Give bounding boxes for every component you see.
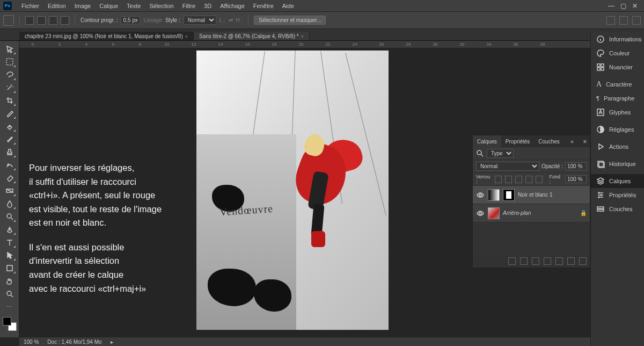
- selection-subtract-icon[interactable]: [49, 16, 57, 25]
- lock-all-icon[interactable]: [536, 176, 543, 183]
- shape-tool[interactable]: [3, 262, 16, 274]
- rail-actions[interactable]: Actions: [591, 140, 644, 154]
- rail-informations[interactable]: Informations: [591, 32, 644, 46]
- selection-add-icon[interactable]: [37, 16, 46, 25]
- history-brush-tool[interactable]: [3, 159, 16, 171]
- rail-couleur[interactable]: Couleur: [591, 46, 644, 60]
- pen-tool[interactable]: [3, 224, 16, 235]
- zoom-level[interactable]: 100 %: [24, 339, 39, 345]
- add-mask-icon[interactable]: [532, 257, 539, 265]
- window-minimize-icon[interactable]: —: [605, 2, 617, 10]
- wand-tool[interactable]: [3, 82, 16, 93]
- document-canvas[interactable]: Vendœuvre: [196, 51, 389, 330]
- eyedropper-tool[interactable]: [3, 107, 16, 119]
- menu-affichage[interactable]: Affichage: [216, 3, 249, 9]
- opacity-input[interactable]: [565, 162, 587, 170]
- move-tool[interactable]: [3, 43, 16, 55]
- heal-tool[interactable]: [3, 120, 16, 132]
- share-icon[interactable]: [632, 16, 641, 25]
- rail-caractere[interactable]: ACaractère: [591, 77, 644, 91]
- lock-pixels-icon[interactable]: [505, 176, 512, 183]
- type-tool[interactable]: [3, 236, 16, 248]
- layer-row[interactable]: Noir et blanc 1: [473, 186, 590, 204]
- panel-tab-proprietes[interactable]: Propriétés: [501, 135, 535, 147]
- marquee-tool-icon[interactable]: [3, 15, 14, 26]
- menu-edition[interactable]: Edition: [43, 3, 70, 9]
- rail-reglages[interactable]: Réglages: [591, 122, 644, 136]
- menu-filtre[interactable]: Filtre: [178, 3, 200, 9]
- selection-intersect-icon[interactable]: [61, 16, 69, 25]
- menu-texte[interactable]: Texte: [122, 3, 145, 9]
- brush-tool[interactable]: [3, 133, 16, 145]
- doc-size-info[interactable]: Doc : 1,46 Mo/1,94 Mo: [47, 339, 101, 345]
- selection-new-icon[interactable]: [25, 16, 34, 25]
- menu-fichier[interactable]: Fichier: [17, 3, 43, 9]
- hand-tool[interactable]: [3, 275, 16, 287]
- gradient-tool[interactable]: [3, 185, 16, 197]
- style-select[interactable]: Normal: [184, 16, 216, 25]
- lasso-tool[interactable]: [3, 69, 16, 81]
- link-layers-icon[interactable]: [508, 257, 516, 265]
- close-tab-icon[interactable]: ×: [185, 34, 188, 39]
- visibility-toggle-icon[interactable]: [476, 191, 485, 199]
- menu-selection[interactable]: Sélection: [145, 3, 178, 9]
- doc-tab-0[interactable]: chapitre 23 mini.jpg @ 100% (Noir et bla…: [19, 32, 194, 40]
- zoom-tool[interactable]: [3, 288, 16, 300]
- menu-calque[interactable]: Calque: [95, 3, 122, 9]
- layer-name[interactable]: Arrière-plan: [503, 210, 577, 216]
- rail-nuancier[interactable]: Nuancier: [591, 60, 644, 74]
- layer-name[interactable]: Noir et blanc 1: [518, 192, 587, 198]
- menu-aide[interactable]: Aide: [278, 3, 298, 9]
- workspace-icon[interactable]: [619, 16, 628, 25]
- panel-tab-couches[interactable]: Couches: [534, 135, 564, 147]
- panel-collapse-icon[interactable]: »: [567, 139, 577, 145]
- blend-mode-select[interactable]: Normal: [476, 162, 539, 171]
- lock-position-icon[interactable]: [515, 176, 522, 183]
- close-tab-icon[interactable]: ×: [301, 34, 304, 39]
- edit-toolbar-icon[interactable]: ⋯: [3, 301, 16, 313]
- menu-image[interactable]: Image: [70, 3, 96, 9]
- blur-tool[interactable]: [3, 198, 16, 210]
- select-mask-button[interactable]: Sélectionner et masquer...: [254, 16, 326, 25]
- search-icon[interactable]: [476, 149, 485, 158]
- adjustment-thumb-icon[interactable]: [488, 189, 500, 201]
- eraser-tool[interactable]: [3, 172, 16, 184]
- rail-historique[interactable]: Historique: [591, 157, 644, 171]
- search-icon[interactable]: [606, 16, 615, 25]
- foreground-color[interactable]: [3, 317, 11, 326]
- layer-fx-icon[interactable]: [520, 257, 528, 265]
- rail-proprietes[interactable]: Propriétés: [591, 188, 644, 202]
- swap-wh-icon[interactable]: ⇄: [229, 17, 233, 23]
- lock-artboard-icon[interactable]: [525, 176, 532, 183]
- new-adjustment-icon[interactable]: [544, 257, 551, 265]
- lock-transparent-icon[interactable]: [495, 176, 502, 183]
- new-group-icon[interactable]: [555, 257, 563, 265]
- fill-input[interactable]: [565, 175, 587, 183]
- rail-paragraphe[interactable]: ¶Paragraphe: [591, 91, 644, 105]
- dodge-tool[interactable]: [3, 211, 16, 222]
- status-arrow-icon[interactable]: ▸: [111, 339, 113, 345]
- window-maximize-icon[interactable]: ▢: [617, 2, 629, 10]
- rail-couches[interactable]: Couches: [591, 202, 644, 216]
- visibility-toggle-icon[interactable]: [476, 209, 485, 218]
- path-select-tool[interactable]: [3, 249, 16, 261]
- panel-menu-icon[interactable]: ≡: [580, 139, 590, 145]
- rail-calques[interactable]: Calques: [591, 174, 644, 188]
- layer-thumb[interactable]: [488, 207, 500, 219]
- new-layer-icon[interactable]: [567, 257, 575, 265]
- feather-input[interactable]: [121, 16, 140, 24]
- layer-mask-thumb[interactable]: [503, 189, 515, 201]
- menu-fenetre[interactable]: Fenêtre: [249, 3, 278, 9]
- doc-tab-1[interactable]: Sans titre-2 @ 66,7% (Calque 4, RVB/8) *…: [194, 32, 310, 40]
- panel-tab-calques[interactable]: Calques: [473, 135, 501, 147]
- layer-filter-select[interactable]: Type: [487, 149, 514, 158]
- crop-tool[interactable]: [3, 95, 16, 106]
- color-swatches[interactable]: [3, 317, 17, 331]
- stamp-tool[interactable]: [3, 146, 16, 158]
- marquee-tool[interactable]: [3, 56, 16, 68]
- layer-row[interactable]: Arrière-plan 🔒: [473, 204, 590, 222]
- delete-layer-icon[interactable]: [579, 257, 587, 265]
- rail-glyphes[interactable]: Glyphes: [591, 105, 644, 119]
- window-close-icon[interactable]: ✕: [629, 2, 641, 10]
- menu-3d[interactable]: 3D: [200, 3, 216, 9]
